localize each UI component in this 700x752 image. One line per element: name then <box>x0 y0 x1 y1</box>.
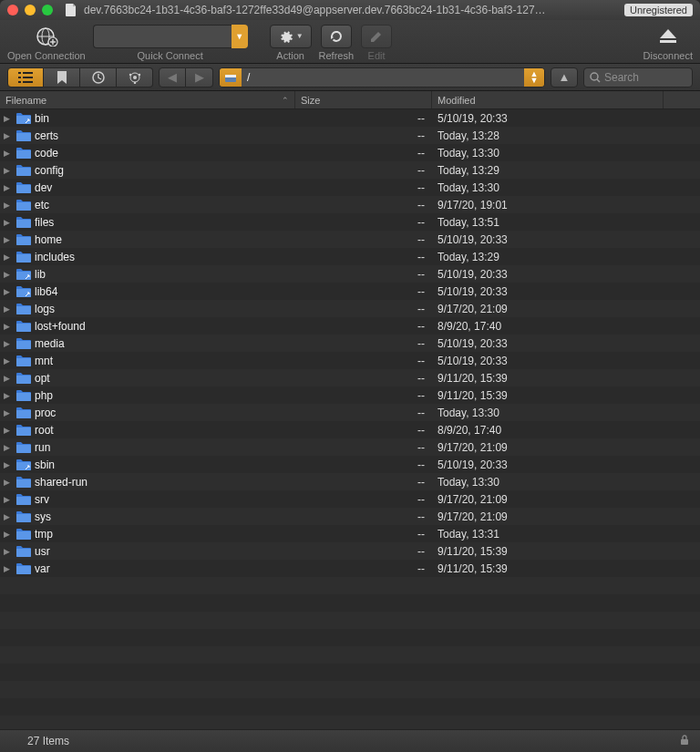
disclosure-triangle-icon[interactable]: ▶ <box>4 131 13 140</box>
folder-icon <box>16 233 31 245</box>
action-button[interactable]: ▼ <box>270 25 312 48</box>
window-minimize-button[interactable] <box>25 5 36 15</box>
file-modified: 9/17/20, 21:09 <box>432 510 664 523</box>
table-row[interactable]: ▶lib--5/10/19, 20:33 <box>0 265 700 283</box>
table-row[interactable]: ▶lib64--5/10/19, 20:33 <box>0 283 700 300</box>
table-row[interactable]: ▶logs--9/17/20, 21:09 <box>0 300 700 317</box>
disclosure-triangle-icon[interactable]: ▶ <box>4 478 13 487</box>
disclosure-triangle-icon[interactable]: ▶ <box>4 564 13 573</box>
table-row[interactable]: ▶mnt--5/10/19, 20:33 <box>0 352 700 369</box>
view-bonjour-button[interactable] <box>117 67 153 88</box>
table-row <box>0 698 700 716</box>
file-size: -- <box>295 285 432 298</box>
column-header-size[interactable]: Size <box>295 91 432 108</box>
table-row[interactable]: ▶php--9/11/20, 15:39 <box>0 386 700 404</box>
table-row[interactable]: ▶run--9/17/20, 21:09 <box>0 438 700 456</box>
file-size: -- <box>295 216 432 229</box>
file-modified: Today, 13:30 <box>432 476 664 489</box>
file-size: -- <box>295 181 432 194</box>
disclosure-triangle-icon[interactable]: ▶ <box>4 460 13 469</box>
disclosure-triangle-icon[interactable]: ▶ <box>4 166 13 175</box>
disclosure-triangle-icon[interactable]: ▶ <box>4 287 13 296</box>
table-row[interactable]: ▶root--8/9/20, 17:40 <box>0 421 700 438</box>
disclosure-triangle-icon[interactable]: ▶ <box>4 201 13 210</box>
file-modified: 9/11/20, 15:39 <box>432 545 664 558</box>
disclosure-triangle-icon[interactable]: ▶ <box>4 235 13 244</box>
disclosure-triangle-icon[interactable]: ▶ <box>4 183 13 192</box>
nav-forward-button[interactable]: ▶ <box>186 67 213 88</box>
disclosure-triangle-icon[interactable]: ▶ <box>4 252 13 262</box>
nav-up-button[interactable]: ▲ <box>551 67 578 88</box>
disclosure-triangle-icon[interactable]: ▶ <box>4 408 13 417</box>
disclosure-triangle-icon[interactable]: ▶ <box>4 149 13 158</box>
table-row[interactable]: ▶sbin--5/10/19, 20:33 <box>0 456 700 473</box>
disconnect-button[interactable] <box>650 25 686 48</box>
quick-connect-input[interactable] <box>93 25 232 48</box>
table-row[interactable]: ▶lost+found--8/9/20, 17:40 <box>0 317 700 335</box>
quick-connect-dropdown[interactable]: ▼ <box>232 25 248 48</box>
disclosure-triangle-icon[interactable]: ▶ <box>4 426 13 435</box>
disclosure-triangle-icon[interactable]: ▶ <box>4 495 13 504</box>
edit-label: Edit <box>368 50 386 61</box>
disclosure-triangle-icon[interactable]: ▶ <box>4 547 13 556</box>
view-bookmarks-button[interactable] <box>44 67 80 88</box>
open-connection-button[interactable] <box>28 25 65 48</box>
table-row[interactable]: ▶bin--5/10/19, 20:33 <box>0 109 700 127</box>
table-row[interactable]: ▶shared-run--Today, 13:30 <box>0 473 700 490</box>
refresh-button[interactable] <box>321 25 352 48</box>
table-row[interactable]: ▶certs--Today, 13:28 <box>0 127 700 144</box>
table-row[interactable]: ▶includes--Today, 13:29 <box>0 248 700 265</box>
file-size: -- <box>295 510 432 523</box>
view-history-button[interactable] <box>80 67 117 88</box>
nav-back-button[interactable]: ◀ <box>159 67 186 88</box>
table-row[interactable]: ▶media--5/10/19, 20:33 <box>0 335 700 352</box>
disclosure-triangle-icon[interactable]: ▶ <box>4 270 13 279</box>
table-row[interactable]: ▶etc--9/17/20, 19:01 <box>0 196 700 213</box>
table-row[interactable]: ▶dev--Today, 13:30 <box>0 179 700 196</box>
folder-icon <box>16 493 31 505</box>
file-modified: 9/11/20, 15:39 <box>432 372 664 385</box>
disclosure-triangle-icon[interactable]: ▶ <box>4 374 13 383</box>
folder-icon <box>16 528 31 540</box>
path-field[interactable]: / ▲▼ <box>219 67 545 88</box>
eject-icon <box>656 27 680 46</box>
column-header-modified[interactable]: Modified <box>432 91 664 108</box>
search-input[interactable]: Search <box>583 67 693 88</box>
file-list[interactable]: ▶bin--5/10/19, 20:33▶certs--Today, 13:28… <box>0 109 700 729</box>
disclosure-triangle-icon[interactable]: ▶ <box>4 339 13 348</box>
table-row[interactable]: ▶code--Today, 13:30 <box>0 144 700 161</box>
file-size: -- <box>295 199 432 211</box>
search-icon <box>590 72 601 83</box>
window-zoom-button[interactable] <box>42 5 53 15</box>
table-row[interactable]: ▶usr--9/11/20, 15:39 <box>0 542 700 560</box>
table-row[interactable]: ▶var--9/11/20, 15:39 <box>0 560 700 577</box>
disclosure-triangle-icon[interactable]: ▶ <box>4 218 13 227</box>
path-text: / <box>242 71 524 84</box>
disclosure-triangle-icon[interactable]: ▶ <box>4 512 13 521</box>
file-size: -- <box>295 441 432 454</box>
folder-icon <box>16 562 31 574</box>
table-row[interactable]: ▶files--Today, 13:51 <box>0 213 700 231</box>
disclosure-triangle-icon[interactable]: ▶ <box>4 304 13 314</box>
table-row[interactable]: ▶tmp--Today, 13:31 <box>0 525 700 542</box>
view-outline-button[interactable] <box>7 67 44 88</box>
disclosure-triangle-icon[interactable]: ▶ <box>4 391 13 400</box>
column-header-filename[interactable]: Filename ⌃ <box>0 91 295 108</box>
table-row[interactable]: ▶srv--9/17/20, 21:09 <box>0 490 700 508</box>
disclosure-triangle-icon[interactable]: ▶ <box>4 356 13 366</box>
table-row[interactable]: ▶proc--Today, 13:30 <box>0 404 700 421</box>
table-row[interactable]: ▶home--5/10/19, 20:33 <box>0 231 700 248</box>
table-row[interactable]: ▶config--Today, 13:29 <box>0 161 700 179</box>
window-close-button[interactable] <box>7 5 18 15</box>
disclosure-triangle-icon[interactable]: ▶ <box>4 443 13 452</box>
folder-icon <box>16 337 31 349</box>
table-row[interactable]: ▶sys--9/17/20, 21:09 <box>0 508 700 525</box>
path-dropdown-icon[interactable]: ▲▼ <box>524 68 544 87</box>
disclosure-triangle-icon[interactable]: ▶ <box>4 114 13 123</box>
table-row[interactable]: ▶opt--9/11/20, 15:39 <box>0 369 700 386</box>
disclosure-triangle-icon[interactable]: ▶ <box>4 322 13 331</box>
svg-rect-11 <box>18 81 21 83</box>
disclosure-triangle-icon[interactable]: ▶ <box>4 530 13 539</box>
svg-rect-8 <box>23 72 33 74</box>
sort-ascending-icon: ⌃ <box>282 96 289 105</box>
